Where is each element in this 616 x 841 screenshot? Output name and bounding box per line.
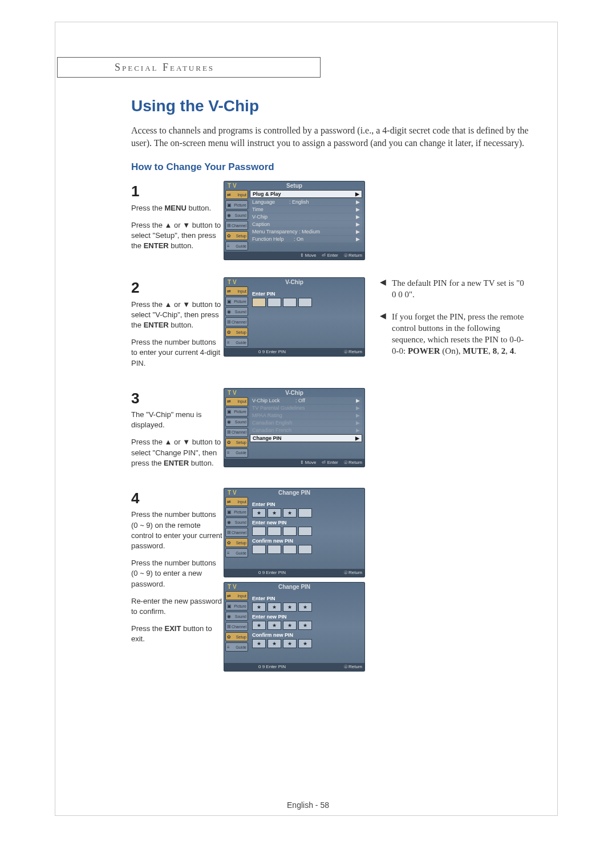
enter-pin-label: Enter PIN: [252, 502, 360, 507]
pin-box: ★: [268, 639, 281, 648]
sidebar-notes: ◀The default PIN for a new TV set is "0 …: [380, 277, 528, 367]
pin-row: [252, 545, 360, 554]
osd-sidebar: Input Picture Sound Channel Setup Guide: [225, 286, 248, 347]
osd-setup: T V Setup Input Picture Sound Channel Se…: [224, 181, 365, 260]
osd-change-pin-panel: Enter PIN ★★★★ Enter new PIN ★★★★ Confir…: [250, 591, 362, 662]
osd-tab-channel: Channel: [225, 622, 248, 631]
pin-box: ★: [283, 639, 297, 648]
step-4-p2: Press the number buttons (0 ~ 9) to ente…: [131, 558, 222, 589]
step-4: 4 Press the number buttons (0 ~ 9) on th…: [131, 488, 542, 676]
note-default-pin: ◀The default PIN for a new TV set is "0 …: [380, 277, 528, 301]
step-4-p4: Press the EXIT button to exit.: [131, 624, 222, 644]
osd-item: TV Parental Guidelines▶: [250, 405, 362, 411]
pin-box: ★: [298, 603, 312, 612]
osd-item: Time▶: [250, 206, 362, 213]
osd-tv-label: T V: [228, 390, 237, 396]
step-1-text: 1 Press the MENU button. Press the ▲ or …: [131, 181, 222, 258]
step-4-p3: Re-enter the new password to confirm.: [131, 596, 222, 617]
osd-tab-channel: Channel: [225, 317, 248, 326]
osd-tab-sound: Sound: [225, 211, 248, 220]
pin-box: ★: [252, 603, 266, 612]
pin-box: [252, 527, 266, 536]
osd-item: Menu Transparency : Medium▶: [250, 228, 362, 235]
osd-item: Plug & Play▶: [250, 190, 362, 198]
osd-item: V-Chip▶: [250, 213, 362, 220]
osd-tab-sound: Sound: [225, 612, 248, 621]
osd-setup-panel: Plug & Play▶ Language : English▶ Time▶ V…: [250, 190, 362, 250]
osd-tab-channel: Channel: [225, 528, 248, 537]
osd-item: V-Chip Lock : Off▶: [250, 397, 362, 404]
enter-new-pin-label: Enter new PIN: [252, 520, 360, 525]
osd-item: Change PIN▶: [250, 434, 362, 442]
pin-box: ★: [298, 621, 312, 630]
osd-tab-setup: Setup: [225, 538, 248, 547]
osd-item: Caption▶: [250, 221, 362, 228]
step-2-p2: Press the number buttons to enter your c…: [131, 337, 222, 369]
osd-tab-picture: Picture: [225, 601, 248, 610]
pin-box: [298, 527, 312, 536]
osd-tv-label: T V: [228, 490, 237, 496]
step-4-num: 4: [131, 488, 222, 508]
step-3-screenshot: T V V-Chip Input Picture Sound Channel S…: [224, 388, 366, 472]
step-3-num: 3: [131, 388, 222, 409]
osd-change-pin-title: Change PIN: [224, 583, 364, 590]
pin-box: [268, 545, 281, 554]
enter-pin-label: Enter PIN: [252, 596, 360, 601]
step-2-p1: Press the ▲ or ▼ button to select "V-Chi…: [131, 300, 222, 331]
intro-text: Access to channels and programs is contr…: [131, 124, 542, 149]
pin-box: ★: [252, 508, 266, 517]
step-2: 2 Press the ▲ or ▼ button to select "V-C…: [131, 277, 542, 375]
osd-tab-setup: Setup: [225, 231, 248, 240]
osd-footer: 0 9 Enter PIN⦾ Return: [224, 348, 364, 356]
pin-row: [252, 298, 360, 307]
osd-footer: ⇕ Move⏎ Enter⦾ Return: [224, 252, 364, 260]
osd-vchip-pin: T V V-Chip Input Picture Sound Channel S…: [224, 277, 365, 357]
page-title: Using the V-Chip: [131, 97, 542, 115]
osd-tab-setup: Setup: [225, 327, 248, 337]
confirm-pin-label: Confirm new PIN: [252, 632, 360, 638]
osd-footer: 0 9 Enter PIN⦾ Return: [224, 569, 364, 577]
pin-box: [252, 545, 266, 554]
step-3-text: 3 The "V-Chip" menu is displayed. Press …: [131, 388, 222, 475]
pin-box: ★: [283, 603, 297, 612]
note-reset-pin: ◀If you forget the PIN, press the remote…: [380, 311, 528, 357]
osd-change-pin-2: T V Change PIN Input Picture Sound Chann…: [224, 582, 365, 672]
osd-change-pin-panel: Enter PIN ★ ★ ★ Enter new PIN Confirm ne…: [250, 497, 362, 568]
osd-change-pin-1: T V Change PIN Input Picture Sound Chann…: [224, 488, 365, 577]
osd-tab-picture: Picture: [225, 297, 248, 306]
osd-footer: 0 9 Enter PIN⦾ Return: [224, 663, 364, 671]
pin-box: [298, 545, 312, 554]
osd-setup-title: Setup: [224, 181, 364, 189]
pin-box: [268, 298, 281, 307]
osd-tab-channel: Channel: [225, 428, 248, 437]
pin-box: [283, 545, 297, 554]
osd-vchip-panel: Enter PIN: [250, 286, 362, 347]
osd-tab-picture: Picture: [225, 507, 248, 516]
step-4-p1: Press the number buttons (0 ~ 9) on the …: [131, 510, 222, 551]
osd-tab-picture: Picture: [225, 200, 248, 209]
osd-item: Canadian French▶: [250, 427, 362, 434]
pin-box: ★: [283, 621, 297, 630]
pin-box: ★: [252, 639, 266, 648]
step-1: 1 Press the MENU button. Press the ▲ or …: [131, 181, 542, 265]
step-2-text: 2 Press the ▲ or ▼ button to select "V-C…: [131, 277, 222, 375]
osd-tab-guide: Guide: [225, 548, 248, 557]
pin-box: ★: [298, 639, 312, 648]
osd-tab-input: Input: [225, 286, 248, 296]
osd-sidebar: Input Picture Sound Channel Setup Guide: [225, 397, 248, 458]
osd-tab-channel: Channel: [225, 221, 248, 230]
step-1-p1: Press the MENU button.: [131, 203, 222, 213]
pin-box: ★: [268, 603, 281, 612]
pin-box: ★: [283, 508, 297, 517]
pin-box: [252, 298, 266, 307]
triangle-icon: ◀: [380, 311, 386, 357]
osd-vchip-menu-title: V-Chip: [224, 389, 364, 396]
osd-item: MPAA Rating▶: [250, 412, 362, 419]
enter-new-pin-label: Enter new PIN: [252, 614, 360, 620]
step-3: 3 The "V-Chip" menu is displayed. Press …: [131, 388, 542, 475]
step-1-screenshot: T V Setup Input Picture Sound Channel Se…: [224, 181, 366, 265]
page-footer: English - 58: [0, 800, 616, 810]
pin-box: ★: [252, 621, 266, 630]
osd-sidebar: Input Picture Sound Channel Setup Guide: [225, 497, 248, 568]
pin-box: [283, 527, 297, 536]
